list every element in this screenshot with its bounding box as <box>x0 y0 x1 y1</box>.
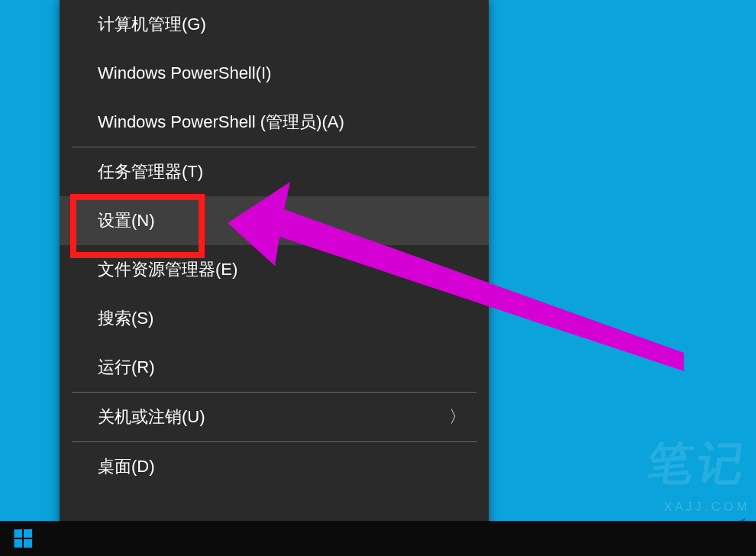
menu-item-label: 文件资源管理器(E) <box>98 258 237 281</box>
menu-item-shutdown-signout[interactable]: 关机或注销(U) 〉 <box>60 393 489 441</box>
menu-item-run[interactable]: 运行(R) <box>60 343 489 392</box>
watermark-url: X A J J . C O M <box>664 500 747 514</box>
desktop-background: 计算机管理(G) Windows PowerShell(I) Windows P… <box>0 0 756 556</box>
chevron-right-icon: 〉 <box>449 406 466 428</box>
menu-item-label: 设置(N) <box>98 209 155 232</box>
menu-item-label: 任务管理器(T) <box>98 160 203 183</box>
menu-item-settings[interactable]: 设置(N) <box>60 196 489 245</box>
menu-item-label: 搜索(S) <box>98 307 153 330</box>
menu-item-file-explorer[interactable]: 文件资源管理器(E) <box>60 245 489 294</box>
menu-item-search[interactable]: 搜索(S) <box>60 294 489 343</box>
menu-item-powershell[interactable]: Windows PowerShell(I) <box>60 49 489 98</box>
menu-item-label: Windows PowerShell (管理员)(A) <box>98 111 344 134</box>
menu-item-label: Windows PowerShell(I) <box>98 63 271 83</box>
menu-item-desktop[interactable]: 桌面(D) <box>60 442 489 491</box>
start-button[interactable] <box>0 521 46 556</box>
menu-item-computer-management[interactable]: 计算机管理(G) <box>60 0 489 49</box>
winx-context-menu: 计算机管理(G) Windows PowerShell(I) Windows P… <box>60 0 489 538</box>
watermark-text: 笔记 <box>643 433 752 495</box>
menu-item-label: 计算机管理(G) <box>98 13 206 36</box>
taskbar <box>0 521 756 556</box>
windows-logo-icon <box>14 529 32 548</box>
menu-item-label: 桌面(D) <box>98 455 155 478</box>
menu-item-label: 运行(R) <box>98 356 155 379</box>
menu-item-label: 关机或注销(U) <box>98 406 205 428</box>
menu-item-powershell-admin[interactable]: Windows PowerShell (管理员)(A) <box>60 98 489 147</box>
menu-item-task-manager[interactable]: 任务管理器(T) <box>60 147 489 196</box>
